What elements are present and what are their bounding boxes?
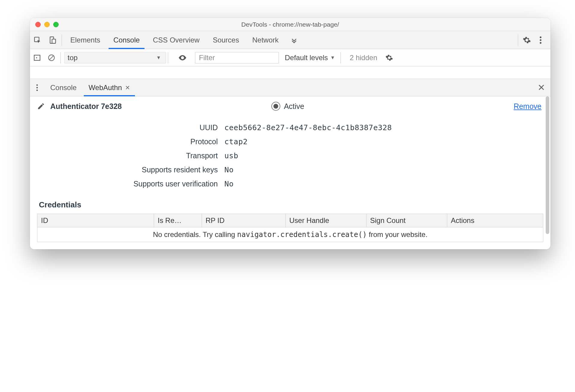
vertical-scrollbar[interactable] bbox=[546, 96, 549, 234]
execution-context-label: top bbox=[68, 54, 77, 62]
tab-css-overview[interactable]: CSS Overview bbox=[146, 31, 206, 49]
window-titlebar: DevTools - chrome://new-tab-page/ bbox=[30, 18, 550, 31]
col-actions[interactable]: Actions bbox=[447, 214, 543, 227]
window-close-button[interactable] bbox=[35, 22, 41, 27]
credentials-table: ID Is Re… RP ID User Handle Sign Count A… bbox=[37, 214, 543, 242]
clear-console-icon[interactable] bbox=[44, 54, 59, 62]
drawer-tab-label: Console bbox=[50, 83, 77, 92]
execution-context-selector[interactable]: top ▼ bbox=[64, 52, 166, 63]
authenticator-title: Authenticator 7e328 bbox=[50, 102, 122, 111]
svg-point-4 bbox=[540, 39, 541, 41]
live-expression-icon[interactable] bbox=[175, 53, 190, 62]
empty-text-code: navigator.credentials.create() bbox=[237, 230, 367, 239]
remove-authenticator-link[interactable]: Remove bbox=[514, 102, 541, 111]
toolbar-divider bbox=[62, 34, 62, 46]
active-radio[interactable] bbox=[271, 102, 280, 111]
dropdown-arrow-icon: ▼ bbox=[330, 55, 335, 60]
svg-point-10 bbox=[36, 89, 38, 91]
log-levels-label: Default levels bbox=[285, 54, 328, 62]
svg-point-3 bbox=[540, 36, 541, 38]
col-rp-id[interactable]: RP ID bbox=[202, 214, 286, 227]
kebab-menu-icon[interactable] bbox=[534, 31, 547, 49]
transport-value: usb bbox=[224, 151, 541, 160]
tab-network[interactable]: Network bbox=[246, 31, 285, 49]
window-zoom-button[interactable] bbox=[53, 22, 59, 27]
console-filter-input[interactable] bbox=[195, 52, 279, 63]
console-output-area bbox=[30, 66, 550, 79]
webauthn-panel: Authenticator 7e328 Active Remove UUID c… bbox=[30, 96, 550, 242]
window-title: DevTools - chrome://new-tab-page/ bbox=[30, 21, 550, 28]
devtools-window: DevTools - chrome://new-tab-page/ Elemen… bbox=[30, 18, 550, 249]
uuid-value: ceeb5662-8e27-4e47-8ebc-4c1b8387e328 bbox=[224, 123, 541, 132]
toolbar-divider bbox=[60, 52, 61, 63]
col-id[interactable]: ID bbox=[37, 214, 154, 227]
svg-point-8 bbox=[36, 84, 38, 86]
tab-sources[interactable]: Sources bbox=[206, 31, 246, 49]
active-label: Active bbox=[284, 102, 304, 111]
window-traffic-lights bbox=[30, 22, 59, 27]
close-tab-icon[interactable]: ✕ bbox=[125, 84, 130, 91]
toolbar-divider bbox=[168, 52, 168, 63]
tab-console[interactable]: Console bbox=[107, 31, 146, 49]
device-toolbar-icon[interactable] bbox=[45, 31, 60, 49]
inspect-element-icon[interactable] bbox=[30, 31, 45, 49]
drawer-tabs: Console WebAuthn ✕ ✕ bbox=[30, 79, 550, 96]
uuid-label: UUID bbox=[39, 123, 224, 132]
table-header-row: ID Is Re… RP ID User Handle Sign Count A… bbox=[37, 214, 543, 227]
col-user-handle[interactable]: User Handle bbox=[286, 214, 366, 227]
drawer-kebab-menu-icon[interactable] bbox=[30, 84, 44, 92]
empty-text-prefix: No credentials. Try calling bbox=[153, 230, 237, 238]
settings-gear-icon[interactable] bbox=[520, 31, 534, 49]
toolbar-divider bbox=[518, 34, 518, 46]
table-empty-row: No credentials. Try calling navigator.cr… bbox=[37, 227, 543, 242]
empty-text-suffix: from your website. bbox=[367, 230, 428, 238]
svg-rect-2 bbox=[52, 39, 56, 43]
main-tabs: Elements Console CSS Overview Sources Ne… bbox=[64, 31, 303, 49]
svg-point-5 bbox=[540, 42, 541, 44]
col-sign-count[interactable]: Sign Count bbox=[366, 214, 447, 227]
col-is-resident[interactable]: Is Re… bbox=[154, 214, 202, 227]
user-verification-value: No bbox=[224, 180, 541, 188]
resident-keys-label: Supports resident keys bbox=[39, 165, 224, 174]
console-settings-gear-icon[interactable] bbox=[382, 54, 396, 62]
edit-pencil-icon[interactable] bbox=[37, 102, 45, 110]
console-sidebar-toggle-icon[interactable] bbox=[30, 54, 44, 62]
authenticator-header: Authenticator 7e328 Active Remove bbox=[30, 96, 550, 116]
console-filter-bar: top ▼ Default levels ▼ 2 hidden bbox=[30, 49, 550, 66]
transport-label: Transport bbox=[39, 151, 224, 160]
protocol-value: ctap2 bbox=[224, 137, 541, 146]
more-tabs-icon[interactable] bbox=[285, 31, 303, 49]
drawer-tab-console[interactable]: Console bbox=[44, 79, 83, 96]
user-verification-label: Supports user verification bbox=[39, 180, 224, 188]
close-drawer-icon[interactable]: ✕ bbox=[538, 82, 550, 93]
drawer-tab-webauthn[interactable]: WebAuthn ✕ bbox=[83, 79, 136, 96]
devtools-main-toolbar: Elements Console CSS Overview Sources Ne… bbox=[30, 31, 550, 49]
protocol-label: Protocol bbox=[39, 137, 224, 146]
tab-elements[interactable]: Elements bbox=[64, 31, 107, 49]
dropdown-arrow-icon: ▼ bbox=[156, 55, 161, 60]
hidden-messages-label[interactable]: 2 hidden bbox=[350, 54, 377, 62]
drawer-tab-label: WebAuthn bbox=[89, 83, 122, 92]
resident-keys-value: No bbox=[224, 165, 541, 174]
credentials-heading: Credentials bbox=[30, 197, 550, 214]
toolbar-divider bbox=[340, 52, 341, 63]
log-levels-selector[interactable]: Default levels ▼ bbox=[285, 54, 335, 62]
window-minimize-button[interactable] bbox=[44, 22, 50, 27]
authenticator-properties: UUID ceeb5662-8e27-4e47-8ebc-4c1b8387e32… bbox=[30, 116, 550, 197]
svg-point-9 bbox=[36, 87, 38, 88]
